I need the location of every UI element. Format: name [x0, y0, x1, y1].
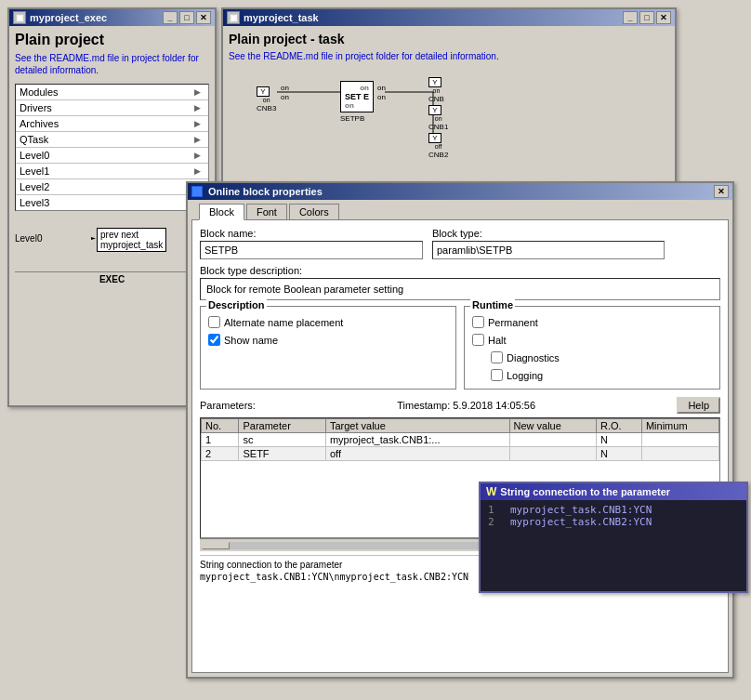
nav-item-qtask[interactable]: QTask ▶ — [16, 132, 208, 147]
table-row[interactable]: 2 SETF off N — [202, 447, 719, 461]
block-name-label: Block name: — [200, 228, 423, 239]
block-name-group: Block name: — [200, 228, 423, 259]
diagnostics-checkbox[interactable] — [491, 351, 503, 363]
nav-item-level3[interactable]: Level3 ▶ — [16, 195, 208, 210]
block-type-desc-value: Block for remote Boolean parameter setti… — [200, 278, 720, 300]
task-close-btn[interactable]: ✕ — [656, 11, 671, 24]
nav-item-archives-arrow: ▶ — [194, 119, 201, 128]
props-titlebar: Online block properties ✕ — [188, 183, 732, 200]
svg-text:on: on — [281, 93, 289, 101]
help-button[interactable]: Help — [677, 397, 720, 414]
nav-item-drivers-label: Drivers — [20, 102, 52, 113]
nav-item-archives[interactable]: Archives ▶ — [16, 116, 208, 131]
exec-titlebar-buttons: _ □ ✕ — [163, 11, 211, 24]
nav-item-drivers[interactable]: Drivers ▶ — [16, 100, 208, 115]
props-dialog-title: Online block properties — [208, 186, 323, 197]
exec-window-title: myproject_exec — [30, 12, 107, 23]
task-titlebar-buttons: _ □ ✕ — [623, 11, 671, 24]
row1-new — [509, 433, 596, 447]
col-no: No. — [202, 419, 239, 433]
block-desc-group: Block type description: Block for remote… — [200, 265, 720, 300]
block-name-type-row: Block name: Block type: — [200, 228, 720, 259]
timestamp-label: Timestamp: 5.9.2018 14:05:56 — [397, 400, 535, 411]
row2-min — [641, 447, 718, 461]
string-dialog-title: String connection to the parameter — [500, 486, 670, 497]
tab-font[interactable]: Font — [246, 204, 287, 220]
desc-runtime-row: Description Alternate name placement Sho… — [200, 306, 720, 390]
nav-item-level1[interactable]: Level1 ▶ — [16, 164, 208, 178]
task-project-desc: See the README.md file in project folder… — [229, 50, 669, 62]
task-maximize-btn[interactable]: □ — [639, 11, 654, 24]
cnb1-node: Y on CNB1 — [428, 105, 448, 131]
tab-colors[interactable]: Colors — [289, 204, 339, 220]
string-line-1: 1 myproject_task.CNB1:YCN — [488, 504, 739, 516]
description-section-title: Description — [206, 299, 267, 310]
exec-close-btn[interactable]: ✕ — [196, 11, 211, 24]
runtime-section-title: Runtime — [470, 299, 515, 310]
nav-item-level0-label: Level0 — [20, 150, 49, 161]
nav-item-level1-label: Level1 — [20, 165, 49, 177]
string-content: 1 myproject_task.CNB1:YCN 2 myproject_ta… — [481, 500, 746, 591]
nav-item-level0-arrow: ▶ — [194, 151, 201, 160]
row1-param: sc — [239, 433, 325, 447]
nav-item-qtask-label: QTask — [20, 134, 48, 145]
row2-new — [509, 447, 596, 461]
props-dialog: Online block properties ✕ Block Font Col… — [186, 181, 734, 679]
svg-text:on: on — [377, 84, 386, 92]
runtime-right-options: Diagnostics Logging — [491, 346, 712, 381]
props-tab-bar: Block Font Colors — [191, 204, 729, 220]
halt-label: Halt — [488, 335, 507, 346]
row2-ro: N — [596, 447, 641, 461]
props-close-btn[interactable]: ✕ — [714, 185, 729, 198]
svg-text:on: on — [281, 84, 289, 92]
nav-item-modules[interactable]: Modules ▶ — [16, 85, 208, 99]
string-dialog: W String connection to the parameter 1 m… — [479, 482, 748, 593]
setpb-label: SETPB — [340, 114, 364, 123]
halt-checkbox[interactable] — [472, 334, 484, 346]
string-titlebar: W String connection to the parameter — [481, 483, 746, 500]
logging-row: Logging — [491, 369, 712, 381]
params-header: Parameters: Timestamp: 5.9.2018 14:05:56… — [200, 397, 720, 414]
col-parameter: Parameter — [239, 419, 325, 433]
diagnostics-row: Diagnostics — [491, 351, 712, 363]
nav-item-modules-arrow: ▶ — [194, 87, 201, 97]
nav-item-level3-label: Level3 — [20, 197, 49, 208]
nav-item-level2-label: Level2 — [20, 181, 49, 192]
row1-target: myproject_task.CNB1:... — [325, 433, 509, 447]
alternate-name-checkbox[interactable] — [208, 316, 220, 328]
tab-block[interactable]: Block — [199, 204, 244, 220]
col-new-value: New value — [509, 419, 596, 433]
table-row[interactable]: 1 sc myproject_task.CNB1:... N — [202, 433, 719, 447]
block-name-input[interactable] — [200, 241, 423, 259]
permanent-checkbox[interactable] — [472, 316, 484, 328]
scroll-thumb[interactable] — [202, 542, 230, 549]
block-type-input[interactable] — [432, 241, 665, 259]
row1-no: 1 — [202, 433, 239, 447]
exec-footer: EXEC — [15, 271, 209, 284]
params-table: No. Parameter Target value New value R.O… — [201, 418, 719, 461]
show-name-checkbox[interactable] — [208, 334, 220, 346]
task-diagram: Y on CNB3 on on on on on SET E — [229, 70, 669, 172]
exec-maximize-btn[interactable]: □ — [179, 11, 194, 24]
nav-item-level0[interactable]: Level0 ▶ — [16, 148, 208, 163]
props-titlebar-left: Online block properties — [191, 186, 323, 197]
exec-project-title: Plain project — [15, 32, 209, 48]
block-type-group: Block type: — [432, 228, 665, 259]
halt-row: Halt — [472, 334, 712, 346]
exec-minimize-btn[interactable]: _ — [163, 11, 178, 24]
block-type-desc-label: Block type description: — [200, 265, 720, 276]
string-code-2: myproject_task.CNB2:YCN — [510, 516, 652, 528]
sete-label: SET E — [345, 92, 369, 101]
task-minimize-btn[interactable]: _ — [623, 11, 638, 24]
svg-marker-0 — [91, 237, 96, 240]
description-section: Description Alternate name placement Sho… — [200, 306, 456, 390]
logging-checkbox[interactable] — [491, 369, 503, 381]
props-dialog-icon — [191, 186, 203, 197]
row1-ro: N — [596, 433, 641, 447]
row1-min — [641, 433, 718, 447]
show-name-row: Show name — [208, 334, 448, 346]
nav-item-level2[interactable]: Level2 ▶ — [16, 179, 208, 194]
cnb2-node: Y off CNB2 — [428, 133, 448, 159]
level0-label: Level0 — [15, 233, 42, 244]
row2-target: off — [325, 447, 509, 461]
